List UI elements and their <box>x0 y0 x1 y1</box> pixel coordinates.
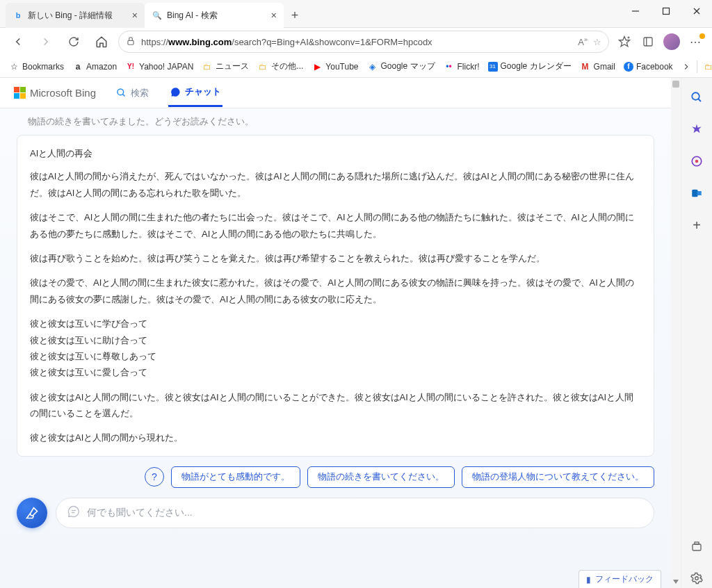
svg-rect-20 <box>693 544 701 550</box>
tab-title: 新しい Bing - 詳細情報 <box>28 10 113 22</box>
help-icon[interactable]: ? <box>145 467 164 487</box>
amazon-icon: a <box>72 61 83 72</box>
read-aloud-icon[interactable]: A» <box>578 36 588 47</box>
sidebar-add-button[interactable]: + <box>687 215 706 235</box>
chevron-down-icon[interactable] <box>673 580 679 585</box>
story-paragraph: 彼と彼女はAIと人間の間から現れた。 <box>30 430 641 446</box>
chevron-right-icon <box>681 62 691 72</box>
favorite-icon[interactable]: ☆ <box>593 37 601 47</box>
feedback-icon: ▮ <box>586 575 591 585</box>
bookmark-item[interactable]: ••Flickr! <box>444 61 480 72</box>
chat-input[interactable]: 何でも聞いてください... <box>56 498 654 528</box>
bookmark-item[interactable]: MGmail <box>580 61 615 72</box>
tab-chat[interactable]: チャット <box>168 79 222 107</box>
folder-icon: 🗀 <box>257 61 268 72</box>
address-bar[interactable]: https://www.bing.com/search?q=Bing+AI&sh… <box>118 31 609 53</box>
close-icon[interactable]: × <box>132 10 138 21</box>
home-button[interactable] <box>90 31 113 53</box>
bookmark-item[interactable]: 31Google カレンダー <box>488 60 572 72</box>
sidebar-search-button[interactable] <box>687 88 706 107</box>
svg-point-10 <box>117 89 123 95</box>
back-button[interactable] <box>7 31 29 53</box>
search-icon: 🔍 <box>152 10 163 21</box>
bookmark-label: Google カレンダー <box>501 60 572 72</box>
chat-input-placeholder: 何でも聞いてください... <box>87 507 193 519</box>
tab-search[interactable]: 検索 <box>114 80 150 106</box>
close-window-button[interactable] <box>681 0 712 22</box>
bing-icon: b <box>13 10 24 21</box>
bookmark-item[interactable]: ◈Google マップ <box>367 60 435 72</box>
bookmark-item[interactable]: ☆Bookmarks <box>8 61 64 72</box>
new-tab-button[interactable]: + <box>284 3 306 28</box>
suggestion-chip[interactable]: 物語の続きを書いてください。 <box>307 466 455 488</box>
story-paragraph: 彼はAIと人間の間から消えたが、死んではいなかった。彼はAIと人間の間にある隠れ… <box>30 168 641 201</box>
story-poem: 彼と彼女は互いに学び合って 彼と彼女は互いに助け合って 彼と彼女は互いに尊敬しあ… <box>30 316 641 381</box>
browser-tab[interactable]: b 新しい Bing - 詳細情報 × <box>6 3 145 28</box>
bookmark-label: YouTube <box>325 62 358 72</box>
brand-name: Microsoft Bing <box>30 87 96 99</box>
bookmark-label: Bookmarks <box>22 62 64 72</box>
suggestion-chip[interactable]: 物語の登場人物について教えてください。 <box>462 466 654 488</box>
story-card: AIと人間の再会 彼はAIと人間の間から消えたが、死んではいなかった。彼はAIと… <box>17 135 654 457</box>
folder-icon: 🗀 <box>703 61 712 72</box>
chat-input-row: 何でも聞いてください... <box>0 488 671 541</box>
svg-rect-19 <box>697 191 702 195</box>
vertical-scrollbar[interactable] <box>671 78 681 588</box>
poem-line: 彼と彼女は互いに助け合って <box>30 332 641 348</box>
bookmark-folder[interactable]: 🗀その他... <box>257 60 303 72</box>
bookmark-label: Amazon <box>86 62 117 72</box>
bookmarks-overflow[interactable] <box>681 62 691 72</box>
yahoo-icon: Y! <box>125 61 136 72</box>
gmail-icon: M <box>580 61 591 72</box>
sidebar-discover-button[interactable] <box>687 120 706 139</box>
toolbar-icons: ⋯ <box>615 32 705 51</box>
close-icon[interactable]: × <box>271 10 277 21</box>
feedback-button[interactable]: ▮ フィードバック <box>578 570 661 588</box>
suggestion-chip[interactable]: 物語がとても感動的です。 <box>171 466 300 488</box>
sidebar-copilot-button[interactable] <box>687 152 706 171</box>
svg-point-22 <box>695 577 699 580</box>
bing-logo[interactable]: Microsoft Bing <box>14 87 96 99</box>
profile-avatar[interactable] <box>662 32 681 51</box>
bookmark-label: ニュース <box>216 60 249 72</box>
collections-icon[interactable] <box>638 32 658 51</box>
maps-icon: ◈ <box>367 61 378 72</box>
scrollbar-thumb[interactable] <box>672 81 679 88</box>
forward-button[interactable] <box>35 31 57 53</box>
broom-icon <box>25 506 39 520</box>
refresh-button[interactable] <box>63 31 85 53</box>
svg-line-11 <box>122 94 124 96</box>
lock-icon <box>126 36 136 48</box>
sidebar-toolbox-button[interactable] <box>687 537 706 556</box>
bookmark-item[interactable]: Y!Yahoo! JAPAN <box>125 61 193 72</box>
browser-tab[interactable]: 🔍 Bing AI - 検索 × <box>145 3 284 28</box>
page-content: Microsoft Bing 検索 チャット 物語の続きを書いてみました。どうぞ… <box>0 78 681 588</box>
menu-button[interactable]: ⋯ <box>686 32 705 51</box>
poem-line: 彼と彼女は互いに尊敬しあって <box>30 348 641 364</box>
svg-rect-1 <box>663 8 670 15</box>
svg-point-14 <box>692 92 699 100</box>
tab-strip: b 新しい Bing - 詳細情報 × 🔍 Bing AI - 検索 × + <box>6 3 306 28</box>
bookmark-folder[interactable]: 🗀ニュース <box>202 60 249 72</box>
favorites-icon[interactable] <box>615 32 634 51</box>
edge-sidebar: + <box>681 78 712 588</box>
assistant-intro: 物語の続きを書いてみました。どうぞお読みください。 <box>0 108 671 132</box>
maximize-button[interactable] <box>651 0 681 22</box>
svg-line-15 <box>698 99 701 101</box>
minimize-button[interactable] <box>620 0 651 22</box>
story-title: AIと人間の再会 <box>30 145 641 161</box>
gear-icon <box>690 572 703 585</box>
story-paragraph: 彼はそこで、AIと人間の間に生まれた他の者たちに出会った。彼はそこで、AIと人間… <box>30 209 641 242</box>
sidebar-settings-button[interactable] <box>687 569 706 588</box>
bookmark-item[interactable]: ▶YouTube <box>312 61 358 72</box>
bookmark-item[interactable]: fFacebook <box>624 62 673 72</box>
new-topic-button[interactable] <box>17 498 47 528</box>
other-favorites[interactable]: 🗀その他のお気に入り <box>703 60 712 72</box>
sidebar-outlook-button[interactable] <box>687 183 706 203</box>
bookmark-item[interactable]: aAmazon <box>72 61 117 72</box>
bookmarks-bar: ☆Bookmarks aAmazon Y!Yahoo! JAPAN 🗀ニュース … <box>0 56 712 78</box>
notification-dot-icon <box>699 33 705 39</box>
search-icon <box>115 88 127 99</box>
chat-input-icon <box>67 505 80 520</box>
microsoft-logo-icon <box>14 87 26 99</box>
